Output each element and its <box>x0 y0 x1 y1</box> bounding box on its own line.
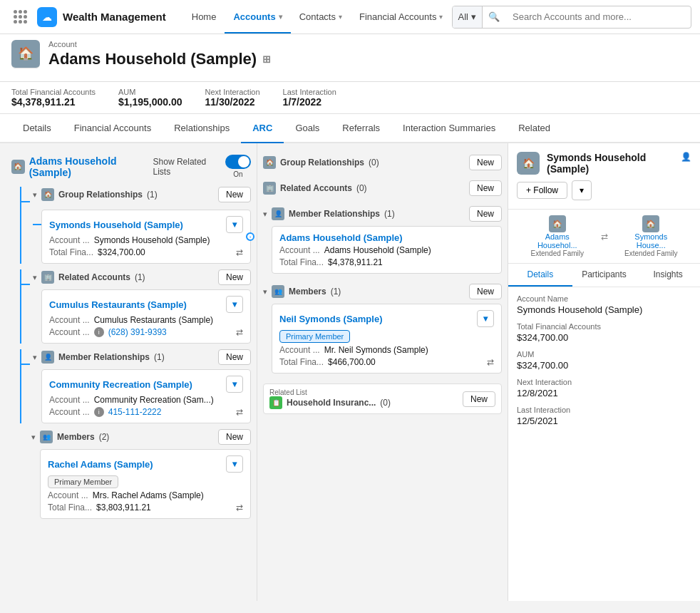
member-rel-expand[interactable]: ▾ <box>33 353 37 362</box>
community-rec-card: Community Recreation (Sample) ▾ Account … <box>41 369 251 423</box>
right-panel-header: 🏠 Symonds Household (Sample) 👤 + Follow … <box>508 143 700 210</box>
nav-bar: Home Accounts ▾ Contacts ▾ Financial Acc… <box>183 0 446 34</box>
adams-household-mid-link[interactable]: Adams Household (Sample) <box>279 232 494 243</box>
mid-related-list-new-btn[interactable]: New <box>463 391 495 407</box>
neil-share-icon[interactable]: ⇄ <box>487 357 494 367</box>
mid-member-rel-new-btn[interactable]: New <box>469 206 502 222</box>
group-rel-new-btn[interactable]: New <box>218 187 251 202</box>
search-icon: 🔍 <box>483 11 505 22</box>
follow-button[interactable]: + Follow <box>517 182 567 199</box>
relation-arrows: ⇄ <box>601 232 608 242</box>
search-input[interactable] <box>505 11 691 22</box>
mid-related-acc-icon: 🏢 <box>263 182 276 195</box>
metric-total-financial: Total Financial Accounts $4,378,911.21 <box>11 88 96 108</box>
left-column: 🏠 Adams Household (Sample) Show Related … <box>0 143 257 601</box>
members-new-btn[interactable]: New <box>218 429 251 445</box>
search-scope-dropdown[interactable]: All ▾ <box>453 6 483 28</box>
rachel-primary-badge: Primary Member <box>48 475 118 488</box>
symonds-share-icon[interactable]: ⇄ <box>236 247 243 257</box>
nav-accounts[interactable]: Accounts ▾ <box>225 2 290 34</box>
related-acc-new-btn[interactable]: New <box>218 269 251 285</box>
section-related-acc: ▾ 🏢 Related Accounts (1) New Cumulus Res… <box>20 269 251 344</box>
rp-relation-row: 🏠 Adams Househol... Extended Family ⇄ 🏠 … <box>508 210 700 264</box>
rp-field-aum: AUM $324,700.00 <box>517 350 691 371</box>
metrics-bar: Total Financial Accounts $4,378,911.21 A… <box>0 82 700 114</box>
community-rec-info-icon[interactable]: i <box>94 407 104 417</box>
mid-member-rel-expand[interactable]: ▾ <box>263 210 267 219</box>
neil-account-row: Account ... Mr. Neil Symonds (Sample) <box>279 345 494 355</box>
show-related-toggle[interactable]: On <box>225 155 251 178</box>
apps-grid[interactable] <box>9 6 31 29</box>
section-members: ▾ 👥 Members (2) New Rachel Adams (Sample… <box>20 429 251 519</box>
member-rel-new-btn[interactable]: New <box>218 349 251 365</box>
mid-members-section: ▾ 👥 Members (1) New Neil Symonds (Sample… <box>263 284 502 374</box>
cumulus-share-icon[interactable]: ⇄ <box>236 327 243 337</box>
tab-financial-accounts[interactable]: Financial Accounts <box>63 114 163 143</box>
members-expand[interactable]: ▾ <box>31 433 36 442</box>
community-rec-account-row: Account ... Community Recreation (Sam...… <box>49 395 243 405</box>
page-header: 🏠 Account Adams Household (Sample) ⊞ <box>0 34 700 82</box>
mid-members-icon: 👥 <box>272 285 284 298</box>
member-rel-cards: Community Recreation (Sample) ▾ Account … <box>41 369 251 423</box>
neil-primary-badge: Primary Member <box>279 330 350 343</box>
related-acc-expand[interactable]: ▾ <box>33 273 37 282</box>
rp-tab-insights[interactable]: Insights <box>636 264 700 287</box>
symonds-household-link[interactable]: Symonds Household (Sample) ▾ <box>49 216 243 233</box>
community-rec-dropdown[interactable]: ▾ <box>226 376 243 393</box>
topbar: ☁ Wealth Management Home Accounts ▾ Cont… <box>0 0 700 34</box>
tab-referrals[interactable]: Referrals <box>331 114 391 143</box>
tab-goals[interactable]: Goals <box>284 114 331 143</box>
tab-related[interactable]: Related <box>507 114 562 143</box>
nav-contacts[interactable]: Contacts ▾ <box>291 2 351 34</box>
adams-household-mid-card: Adams Household (Sample) Account ... Ada… <box>272 226 502 274</box>
rp-tab-participants[interactable]: Participants <box>572 264 637 287</box>
arc-main-title[interactable]: 🏠 Adams Household (Sample) <box>11 155 153 178</box>
community-rec-link[interactable]: Community Recreation (Sample) ▾ <box>49 376 243 393</box>
group-rel-expand[interactable]: ▾ <box>33 190 37 200</box>
community-rec-share-icon[interactable]: ⇄ <box>236 407 243 417</box>
show-related-toggle-group: Show Related Lists On <box>153 155 251 178</box>
cumulus-info-icon[interactable]: i <box>94 327 104 337</box>
rp-field-last-interaction: Last Interaction 12/5/2021 <box>517 406 691 426</box>
mid-member-rel-section: ▾ 👤 Member Relationships (1) New Adams H… <box>263 206 502 274</box>
tab-relationships[interactable]: Relationships <box>163 114 241 143</box>
mid-related-acc-new-btn[interactable]: New <box>469 180 502 196</box>
rachel-share-icon[interactable]: ⇄ <box>236 503 243 512</box>
cumulus-account-row: Account ... Cumulus Restaurants (Sample) <box>49 315 243 325</box>
search-scope-chevron: ▾ <box>471 11 476 22</box>
rp-tab-details[interactable]: Details <box>508 264 572 287</box>
rp-field-total-fin: Total Financial Accounts $324,700.00 <box>517 322 691 343</box>
cumulus-dropdown[interactable]: ▾ <box>226 296 243 313</box>
metric-aum: AUM $1,195,000.00 <box>118 88 182 108</box>
mid-members-cards: Neil Symonds (Sample) ▾ Primary Member A… <box>272 304 502 374</box>
symonds-household-card: Symonds Household (Sample) ▾ Account ...… <box>41 210 251 264</box>
rp-title: Symonds Household (Sample) <box>547 152 674 175</box>
symonds-dropdown[interactable]: ▾ <box>226 216 243 233</box>
mid-members-expand[interactable]: ▾ <box>263 287 267 297</box>
mid-group-rel-new-btn[interactable]: New <box>469 155 502 170</box>
rachel-adams-link[interactable]: Rachel Adams (Sample) ▾ <box>48 455 243 473</box>
metric-next-interaction: Next Interaction 11/30/2022 <box>205 88 260 108</box>
neil-symonds-link[interactable]: Neil Symonds (Sample) ▾ <box>279 310 494 327</box>
search-bar: All ▾ 🔍 <box>452 6 691 29</box>
more-button[interactable]: ▾ <box>572 180 592 200</box>
rp-person-icon[interactable]: 👤 <box>681 152 691 162</box>
nav-home[interactable]: Home <box>183 2 225 34</box>
mid-related-list-section: Related List 📋 Household Insuranc... (0)… <box>263 383 502 414</box>
share-button[interactable]: ⊞ <box>262 53 271 65</box>
tab-interaction-summaries[interactable]: Interaction Summaries <box>391 114 507 143</box>
rp-actions: + Follow ▾ <box>517 180 691 200</box>
tab-details[interactable]: Details <box>11 114 63 143</box>
nav-financial-accounts[interactable]: Financial Accounts ▾ <box>351 2 446 34</box>
neil-dropdown[interactable]: ▾ <box>477 310 494 327</box>
rp-field-next-interaction: Next Interaction 12/8/2021 <box>517 378 691 398</box>
tab-arc[interactable]: ARC <box>241 114 284 143</box>
rachel-dropdown[interactable]: ▾ <box>226 455 243 473</box>
group-rel-cards: Symonds Household (Sample) ▾ Account ...… <box>41 210 251 264</box>
community-rec-phone-row: Account ... i 415-111-2222 ⇄ <box>49 407 243 417</box>
section-group-rel: ▾ 🏠 Group Relationships (1) New Symonds … <box>20 187 251 264</box>
cumulus-link[interactable]: Cumulus Restaurants (Sample) ▾ <box>49 296 243 313</box>
mid-members-new-btn[interactable]: New <box>469 284 502 299</box>
arc-title-icon: 🏠 <box>11 160 25 174</box>
rp-details-content: Account Name Symonds Household (Sample) … <box>508 287 700 441</box>
